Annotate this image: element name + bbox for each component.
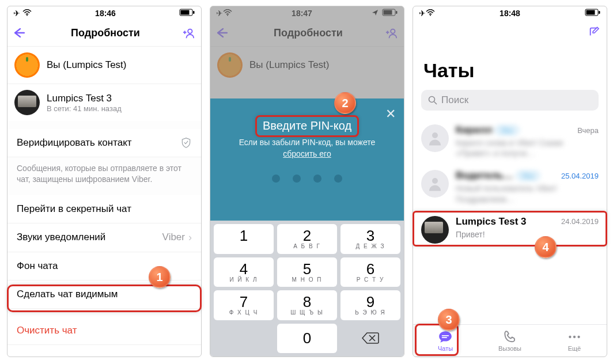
clock: 18:48 [435, 9, 585, 18]
back-button[interactable] [216, 25, 231, 41]
svg-rect-13 [586, 10, 595, 15]
svg-point-10 [430, 15, 431, 16]
orange-avatar-icon [14, 52, 40, 78]
back-button[interactable] [13, 25, 28, 41]
tab-label: Вызовы [498, 345, 521, 352]
key-2[interactable]: 2А Б В Г [277, 224, 337, 254]
svg-point-4 [188, 29, 192, 33]
svg-point-17 [432, 178, 438, 184]
svg-point-20 [577, 336, 580, 338]
svg-point-0 [27, 15, 28, 16]
key-8[interactable]: 8Ш Щ Ъ Ы [277, 290, 337, 320]
numeric-keypad: 1 2А Б В Г 3Д Е Ж З 4И Й К Л 5М Н О П 6Р… [210, 221, 404, 357]
me-label: Вы (Lumpics Test) [249, 59, 330, 71]
chat-item[interactable]: Водитель…Viber25.04.2019 Новый пользоват… [413, 164, 607, 210]
wifi-icon [22, 9, 32, 18]
key-0[interactable]: 0 [277, 324, 337, 354]
key-6[interactable]: 6Р С Т У [340, 257, 400, 287]
step-bubble: 2 [334, 92, 356, 114]
pin-dot [334, 175, 342, 183]
contact-name: Lumpics Test 3 [47, 93, 122, 104]
clock: 18:47 [232, 9, 372, 18]
close-button[interactable]: ✕ [385, 107, 396, 122]
key-7[interactable]: 7Ф Х Ц Ч [214, 290, 274, 320]
search-input[interactable]: Поиск [421, 90, 599, 111]
pin-sheet: ✕ Введите PIN-код Если вы забыли PIN-код… [210, 98, 404, 221]
chat-background-row[interactable]: Фон чата [7, 252, 201, 280]
chats-title: Чаты [413, 47, 607, 86]
verify-contact-row[interactable]: Верифицировать контакт [7, 129, 201, 157]
step-bubble: 3 [438, 309, 460, 331]
speech-bubble-icon [438, 329, 453, 344]
chat-preview: Новый пользователь Viber! Поздравляем… [456, 183, 599, 204]
pin-reset-link[interactable]: сбросить его [283, 149, 331, 158]
avatar-placeholder-icon [421, 170, 449, 198]
make-chat-visible-row[interactable]: Сделать чат видимым [7, 280, 201, 309]
tab-more[interactable]: Ещё [542, 325, 607, 357]
pin-prompt: Введите PIN-код [222, 119, 392, 132]
add-contact-button[interactable] [385, 27, 398, 40]
status-bar: ✈︎ 18:46 [7, 6, 201, 20]
svg-rect-2 [193, 11, 195, 14]
viber-tag: Viber [517, 172, 539, 180]
status-bar: ✈︎ 18:48 [413, 6, 607, 20]
chat-name: Водитель… [456, 170, 513, 181]
shield-icon [180, 137, 192, 149]
key-9[interactable]: 9Ь Э Ю Я [340, 290, 400, 320]
nav-header [413, 20, 607, 47]
tab-calls[interactable]: Вызовы [478, 325, 542, 357]
key-5[interactable]: 5М Н О П [277, 257, 337, 287]
chat-date: 24.04.2019 [561, 217, 599, 226]
step-bubble: 1 [149, 266, 171, 288]
chevron-right-icon: › [185, 232, 192, 244]
clock: 18:46 [32, 9, 179, 18]
pin-dot [293, 175, 301, 183]
tab-bar: Чаты Вызовы Ещё [413, 324, 607, 357]
clear-chat-row[interactable]: Очистить чат [7, 317, 201, 345]
secret-chat-row[interactable]: Перейти в секретный чат [7, 195, 201, 223]
key-4[interactable]: 4И Й К Л [214, 257, 274, 287]
chat-item-lumpics[interactable]: Lumpics Test 324.04.2019 Привет! [413, 210, 607, 249]
notif-sounds-value: Viber [162, 232, 185, 243]
orange-avatar-icon [217, 52, 243, 78]
add-contact-button[interactable] [183, 27, 195, 40]
airplane-mode-icon: ✈︎ [13, 9, 20, 18]
chat-item[interactable]: КириллViberВчера Кирилл снова в Viber! С… [413, 119, 607, 164]
key-3[interactable]: 3Д Е Ж З [340, 224, 400, 254]
battery-icon [179, 9, 195, 18]
chat-date: Вчера [577, 126, 599, 135]
key-blank [214, 324, 274, 354]
step-bubble: 4 [535, 236, 557, 258]
viber-tag: Viber [495, 126, 518, 134]
contact-avatar-icon [421, 216, 449, 244]
chat-name: Lumpics Test 3 [456, 216, 527, 227]
secret-chat-label: Перейти в секретный чат [17, 203, 131, 215]
svg-point-14 [429, 97, 435, 103]
backspace-button[interactable] [340, 324, 400, 354]
chat-preview: Кирилл снова в Viber! Скажи «Привет» и п… [456, 138, 599, 158]
search-placeholder: Поиск [441, 94, 468, 106]
section-gap [7, 309, 201, 317]
battery-icon [382, 9, 398, 18]
nav-header: Подробности [210, 20, 404, 47]
svg-point-19 [573, 336, 576, 338]
chat-date: 25.04.2019 [561, 172, 599, 180]
wifi-icon [223, 9, 232, 18]
avatar-placeholder-icon [421, 124, 449, 152]
pin-dots [222, 175, 392, 183]
pin-dot [272, 175, 280, 183]
wifi-icon [426, 9, 435, 18]
contact-row[interactable]: Lumpics Test 3 В сети: 41 мин. назад [7, 84, 201, 121]
notif-sounds-row[interactable]: Звуки уведомлений Viber › [7, 223, 201, 252]
nav-header: Подробности [7, 20, 201, 47]
screen-details: ✈︎ 18:46 Подробности Вы (Lumpics Test) L… [7, 6, 202, 357]
key-1[interactable]: 1 [214, 224, 274, 254]
svg-point-5 [227, 15, 228, 16]
compose-button[interactable] [588, 26, 601, 41]
screen-chats: ✈︎ 18:48 Чаты Поиск КириллViberВчера Кир… [413, 6, 607, 357]
status-bar: ✈︎ 18:47 [210, 6, 404, 20]
svg-rect-8 [384, 10, 392, 15]
svg-point-9 [391, 29, 395, 33]
page-title: Подробности [28, 27, 183, 39]
pin-hint: Если вы забыли PIN-код, вы можете сброси… [222, 137, 392, 160]
